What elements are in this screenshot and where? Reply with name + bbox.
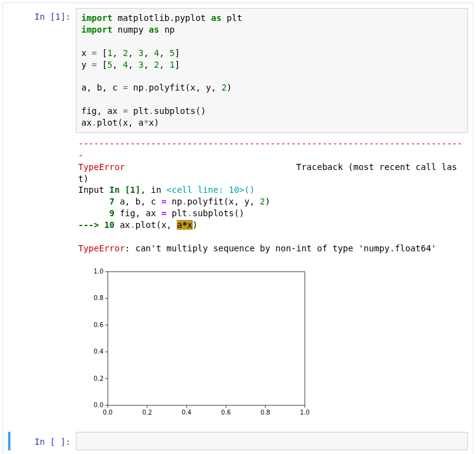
svg-text:0.6: 0.6 [221, 409, 231, 416]
notebook: In [1]: import matplotlib.pyplot as plt … [2, 2, 474, 454]
code-cell-1: In [1]: import matplotlib.pyplot as plt … [3, 6, 473, 427]
code-cell-2[interactable]: In [ ]: [8, 432, 468, 450]
svg-text:0.8: 0.8 [94, 294, 103, 301]
svg-text:0.2: 0.2 [142, 409, 152, 416]
code-input-empty[interactable] [76, 432, 468, 450]
empty-axes-plot: 0.00.20.40.60.81.00.00.20.40.60.81.0 [78, 266, 312, 423]
input-prompt-area: In [ ]: [10, 432, 76, 450]
svg-text:1.0: 1.0 [94, 268, 103, 275]
svg-text:0.4: 0.4 [182, 409, 192, 416]
svg-text:0.8: 0.8 [260, 409, 270, 416]
svg-text:1.0: 1.0 [300, 409, 310, 416]
cell-body: import matplotlib.pyplot as plt import n… [76, 8, 468, 424]
svg-text:0.0: 0.0 [103, 409, 113, 416]
code-input[interactable]: import matplotlib.pyplot as plt import n… [76, 8, 468, 133]
svg-rect-0 [108, 272, 305, 405]
output-area: ----------------------------------------… [76, 133, 468, 424]
svg-text:0.6: 0.6 [94, 322, 103, 328]
input-prompt-area: In [1]: [8, 8, 76, 424]
svg-text:0.4: 0.4 [94, 348, 103, 355]
plot-output: 0.00.20.40.60.81.00.00.20.40.60.81.0 [78, 266, 468, 424]
traceback: ----------------------------------------… [76, 137, 468, 261]
input-prompt: In [ ]: [34, 437, 71, 447]
input-prompt: In [1]: [34, 12, 71, 22]
svg-text:0.0: 0.0 [94, 402, 103, 408]
svg-text:0.2: 0.2 [94, 375, 103, 381]
